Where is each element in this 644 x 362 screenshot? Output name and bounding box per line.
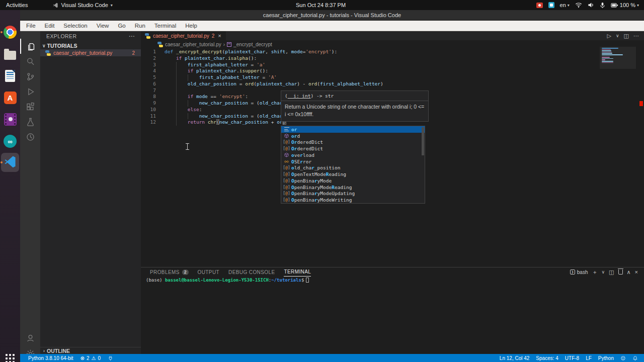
bell-icon[interactable]: [632, 355, 638, 361]
char: t: [320, 146, 323, 151]
dock-item-libreoffice-writer[interactable]: [3, 68, 18, 83]
activity-extensions[interactable]: [20, 99, 40, 114]
suggestion-overload[interactable]: overload: [281, 152, 425, 158]
folder-section-tutorials[interactable]: ∨ TUTORIALS: [40, 42, 141, 49]
activity-explorer[interactable]: [20, 39, 40, 54]
dock-item-vscode[interactable]: [3, 155, 18, 170]
menu-run[interactable]: Run: [130, 21, 150, 31]
activity-account[interactable]: [20, 330, 40, 345]
new-terminal-dropdown-icon[interactable]: ∨: [602, 269, 605, 275]
volume-icon[interactable]: [588, 2, 594, 8]
breadcrumb[interactable]: caesar_cipher_tutorial.py › _encrypt_dec…: [141, 40, 644, 49]
dock-item-arduino[interactable]: ∞: [3, 134, 18, 149]
method-icon: [283, 133, 290, 139]
suggestion-OpenTextModeReading[interactable]: [@]OpenTextModeReading: [281, 171, 425, 177]
terminal-shell-selector[interactable]: ❯ bash: [570, 269, 588, 275]
panel-tab-output[interactable]: OUTPUT: [198, 267, 220, 277]
suggestion-OSError[interactable]: OSError: [281, 158, 425, 165]
activity-search[interactable]: [20, 54, 40, 69]
suggestion-OpenBinaryModeReading[interactable]: [@]OpenBinaryModeReading: [281, 184, 425, 191]
python-interpreter[interactable]: Python 3.8.10 64-bit: [28, 355, 73, 361]
activity-run-debug[interactable]: [20, 84, 40, 99]
suggest-scrollbar[interactable]: [422, 127, 424, 155]
breadcrumb-symbol[interactable]: _encrypt_decrypt: [233, 42, 272, 47]
blue-indicator-icon[interactable]: [548, 2, 554, 8]
encoding[interactable]: UTF-8: [565, 355, 579, 361]
problems-status[interactable]: ⊗2⚠0: [80, 355, 101, 361]
kill-terminal-icon[interactable]: [618, 269, 623, 275]
activity-source-control[interactable]: [20, 69, 40, 84]
tab-caesar-cipher[interactable]: caesar_cipher_tutorial.py 2 ×: [141, 31, 226, 40]
microphone-icon[interactable]: [600, 2, 605, 9]
menu-selection[interactable]: Selection: [59, 21, 92, 31]
dock-item-ubuntu-software[interactable]: A: [3, 90, 18, 105]
panel-tab-bar: PROBLEMS2OUTPUTDEBUG CONSOLETERMINAL: [141, 267, 644, 277]
active-parameter: __i: int: [288, 93, 311, 99]
language-mode[interactable]: Python: [598, 355, 614, 361]
minimap-line: [602, 58, 613, 59]
menu-help[interactable]: Help: [181, 21, 202, 31]
indentation[interactable]: Spaces: 4: [536, 355, 558, 361]
menu-file[interactable]: File: [22, 21, 40, 31]
close-icon[interactable]: ×: [218, 33, 221, 39]
cursor-position[interactable]: Ln 12, Col 42: [500, 355, 530, 361]
more-actions-icon[interactable]: ⋯: [633, 33, 639, 39]
panel-tab-debug-console[interactable]: DEBUG CONSOLE: [228, 267, 275, 277]
menu-terminal[interactable]: Terminal: [150, 21, 181, 31]
minimap-line: [602, 52, 612, 53]
activity-timeline[interactable]: [20, 129, 40, 144]
suggestion-OpenBinaryModeWriting[interactable]: [@]OpenBinaryModeWriting: [281, 197, 425, 203]
panel-tab-problems[interactable]: PROBLEMS2: [150, 267, 189, 277]
menu-view[interactable]: View: [92, 21, 114, 31]
dock-item-video-app[interactable]: [3, 112, 18, 127]
suggestion-OpenBinaryModeUpdating[interactable]: [@]OpenBinaryModeUpdating: [281, 191, 425, 197]
panel-tab-terminal[interactable]: TERMINAL: [284, 267, 311, 277]
char: r: [294, 127, 297, 132]
new-terminal-button[interactable]: ＋: [592, 268, 598, 276]
input-language-indicator[interactable]: en ▾: [560, 2, 570, 8]
show-applications-button[interactable]: [3, 351, 18, 362]
clock[interactable]: Sun Oct 24 8:37 PM: [296, 0, 346, 10]
activity-testing[interactable]: [20, 114, 40, 129]
grid-dot: [13, 357, 15, 359]
dock-item-chrome[interactable]: [3, 25, 18, 40]
activities-button[interactable]: Activities: [0, 0, 34, 10]
line-number: 9: [141, 100, 156, 107]
breadcrumb-file[interactable]: caesar_cipher_tutorial.py: [165, 42, 221, 47]
more-actions-icon[interactable]: ⋯: [129, 33, 135, 40]
screen-recorder-icon[interactable]: [536, 3, 543, 8]
suggestion-OrderedDict[interactable]: [@]OrderedDict: [281, 145, 425, 152]
code-token: isalpha: [228, 55, 248, 61]
menu-edit[interactable]: Edit: [40, 21, 59, 31]
menu-go[interactable]: Go: [113, 21, 130, 31]
signature-line: (__i: int) -> str: [281, 91, 428, 101]
split-terminal-icon[interactable]: ◫: [609, 269, 614, 276]
wifi-icon[interactable]: [575, 2, 582, 8]
line-number: 6: [141, 81, 156, 87]
dock-item-files[interactable]: [3, 47, 18, 62]
explorer-sidebar: EXPLORER ⋯ ∨ TUTORIALS caesar_cipher_tut…: [40, 31, 141, 354]
feedback-smiley-icon[interactable]: [620, 355, 626, 361]
app-menu[interactable]: Visual Studio Code ▾: [53, 2, 112, 8]
suggestion-or[interactable]: or: [281, 126, 425, 133]
minimap[interactable]: [602, 48, 633, 63]
python-file-icon: [145, 33, 150, 39]
close-panel-icon[interactable]: ×: [635, 269, 638, 275]
run-dropdown-icon[interactable]: ∨: [616, 33, 619, 38]
split-editor-icon[interactable]: ◫: [624, 33, 629, 39]
suggest-widget[interactable]: orord[@]OrderedDict[@]OrderedDictoverloa…: [281, 126, 425, 204]
char: t: [320, 139, 323, 145]
file-item-caesar-cipher[interactable]: caesar_cipher_tutorial.py 2: [40, 49, 141, 56]
run-button[interactable]: ▷: [607, 33, 611, 39]
eol[interactable]: LF: [586, 355, 592, 361]
suggestion-OrderedDict[interactable]: [@]OrderedDict: [281, 139, 425, 146]
terminal-prompt[interactable]: (base) bassel@bassel-Lenovo-Legion-Y530-…: [146, 278, 309, 283]
plug-icon[interactable]: [108, 355, 113, 361]
suggestion-old_char_position[interactable]: [@]old_char_position: [281, 165, 425, 171]
outline-section[interactable]: › OUTLINE: [40, 347, 141, 354]
battery-indicator[interactable]: 100 % ▾: [611, 2, 639, 8]
suggestion-OpenBinaryMode[interactable]: [@]OpenBinaryMode: [281, 177, 425, 184]
suggestion-ord[interactable]: ord: [281, 133, 425, 139]
maximize-panel-icon[interactable]: ∧: [627, 269, 631, 276]
code-token: ,: [285, 49, 291, 54]
